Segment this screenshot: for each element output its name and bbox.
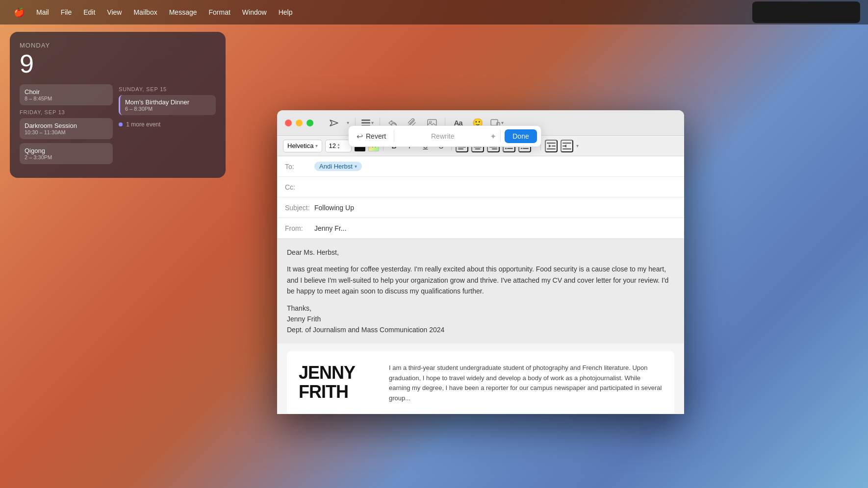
menu-window[interactable]: Window xyxy=(236,6,273,18)
email-greeting: Dear Ms. Herbst, xyxy=(287,247,674,258)
menu-mail[interactable]: Mail xyxy=(30,6,55,18)
revert-icon: ↩ xyxy=(357,132,363,141)
qigong-event-name: Qigong xyxy=(25,147,108,154)
from-label: From: xyxy=(285,224,314,232)
calendar-more-events[interactable]: 1 more event xyxy=(119,119,216,130)
menu-format[interactable]: Format xyxy=(203,6,236,18)
revert-button[interactable]: ↩ Revert xyxy=(353,130,390,143)
to-value: Andi Herbst ▾ xyxy=(314,162,676,171)
send-button[interactable] xyxy=(325,114,343,132)
ai-toolbar-divider-2 xyxy=(500,130,501,142)
to-label: To: xyxy=(285,163,314,171)
birthday-event-name: Mom's Birthday Dinner xyxy=(125,98,211,106)
font-size-value: 12 xyxy=(329,142,335,149)
svg-rect-35 xyxy=(562,148,571,149)
ai-spark-icon: ✦ xyxy=(490,132,496,141)
email-closing: Thanks, xyxy=(287,303,674,314)
chevron-down-icon-2: ▾ xyxy=(371,120,374,125)
cc-field-row[interactable]: Cc: xyxy=(277,177,684,197)
font-family-value: Helvetica xyxy=(287,142,313,149)
calendar-event-qigong[interactable]: Qigong 2 – 3:30PM xyxy=(20,143,113,164)
attachment-bio-text: I am a third-year student undergraduate … xyxy=(389,363,663,404)
menu-edit[interactable]: Edit xyxy=(77,6,101,18)
choir-event-name: Choir xyxy=(25,88,108,96)
traffic-lights xyxy=(285,120,313,126)
svg-rect-32 xyxy=(547,148,556,149)
email-paragraph: It was great meeting for coffee yesterda… xyxy=(287,264,674,296)
svg-rect-0 xyxy=(361,120,370,121)
sunday-section-header: SUNDAY, SEP 15 xyxy=(119,86,216,92)
chevron-down-icon-3: ▾ xyxy=(501,120,504,125)
email-compose-area[interactable]: Dear Ms. Herbst, It was great meeting fo… xyxy=(277,239,684,343)
ai-toolbar-divider-1 xyxy=(394,130,394,142)
revert-label: Revert xyxy=(366,132,386,140)
ai-toolbar: ↩ Revert Rewrite ✦ Done xyxy=(348,125,541,147)
camera-widget xyxy=(752,1,860,23)
menu-file[interactable]: File xyxy=(55,6,78,18)
svg-rect-34 xyxy=(562,143,571,144)
apple-menu[interactable]: 🍎 xyxy=(8,5,30,20)
recipient-name: Andi Herbst xyxy=(319,163,353,170)
calendar-event-birthday[interactable]: Mom's Birthday Dinner 6 – 8:30PM xyxy=(119,95,216,115)
calendar-day-number: 9 xyxy=(20,51,216,76)
subject-field-row: Subject: Following Up xyxy=(277,197,684,218)
calendar-event-darkroom[interactable]: Darkroom Session 10:30 – 11:30AM xyxy=(20,118,113,139)
attachment-last-name: FRITH xyxy=(299,382,377,402)
birthday-event-time: 6 – 8:30PM xyxy=(125,106,211,112)
send-icon xyxy=(329,118,339,128)
indent-right-icon xyxy=(547,143,556,149)
rewrite-label: Rewrite xyxy=(398,132,487,140)
svg-rect-33 xyxy=(552,146,556,146)
indent-right-button[interactable] xyxy=(545,140,558,152)
attachment-name-block: JENNY FRITH xyxy=(299,363,377,402)
darkroom-event-time: 10:30 – 11:30AM xyxy=(25,129,108,135)
email-attachment-preview: JENNY FRITH I am a third-year student un… xyxy=(287,351,674,414)
subject-value[interactable]: Following Up xyxy=(314,204,676,212)
maximize-button[interactable] xyxy=(306,120,313,126)
indent-left-button[interactable] xyxy=(561,140,573,152)
cc-label: Cc: xyxy=(285,183,314,191)
svg-rect-31 xyxy=(547,143,556,144)
font-size-stepper: ▲▼ xyxy=(337,143,340,149)
svg-point-4 xyxy=(430,121,432,123)
calendar-events-section: Choir 8 – 8:45PM FRIDAY, SEP 13 Darkroom… xyxy=(20,84,216,168)
indent-chevron-icon: ▾ xyxy=(576,143,579,148)
svg-rect-30 xyxy=(523,148,529,149)
close-button[interactable] xyxy=(285,120,292,126)
menu-mailbox[interactable]: Mailbox xyxy=(128,6,163,18)
mail-compose-window: ▾ ▾ xyxy=(277,110,684,414)
calendar-widget: MONDAY 9 Choir 8 – 8:45PM FRIDAY, SEP 13… xyxy=(10,32,226,178)
menu-view[interactable]: View xyxy=(101,6,128,18)
svg-rect-24 xyxy=(507,148,513,149)
qigong-event-time: 2 – 3:30PM xyxy=(25,154,108,160)
chevron-down-icon: ▾ xyxy=(347,120,349,125)
recipient-chevron-icon: ▾ xyxy=(355,164,357,169)
svg-rect-10 xyxy=(458,148,463,149)
recipient-tag-andi[interactable]: Andi Herbst ▾ xyxy=(314,162,362,171)
font-family-selector[interactable]: Helvetica ▾ xyxy=(283,140,322,152)
attachment-first-name: JENNY xyxy=(299,363,377,383)
menu-bar: 🍎 Mail File Edit View Mailbox Message Fo… xyxy=(0,0,868,24)
svg-rect-1 xyxy=(361,122,370,123)
friday-section-header: FRIDAY, SEP 13 xyxy=(20,109,113,115)
from-field-row: From: Jenny Fr... xyxy=(277,218,684,239)
more-events-label: 1 more event xyxy=(126,121,160,128)
menu-message[interactable]: Message xyxy=(163,6,203,18)
ai-rewrite-area: Rewrite ✦ xyxy=(398,132,496,141)
choir-event-time: 8 – 8:45PM xyxy=(25,96,108,101)
to-field-row: To: Andi Herbst ▾ xyxy=(277,156,684,177)
from-value[interactable]: Jenny Fr... xyxy=(314,224,676,232)
calendar-event-choir[interactable]: Choir 8 – 8:45PM xyxy=(20,84,113,105)
calendar-left-column: Choir 8 – 8:45PM FRIDAY, SEP 13 Darkroom… xyxy=(20,84,113,168)
svg-rect-29 xyxy=(521,148,522,149)
calendar-right-column: SUNDAY, SEP 15 Mom's Birthday Dinner 6 –… xyxy=(119,84,216,168)
email-body: Dear Ms. Herbst, It was great meeting fo… xyxy=(277,239,684,414)
email-signature-name: Jenny Frith xyxy=(287,314,674,324)
email-fields: To: Andi Herbst ▾ Cc: Subject: Following… xyxy=(277,156,684,239)
svg-rect-18 xyxy=(492,148,497,149)
done-button[interactable]: Done xyxy=(505,129,536,143)
menu-help[interactable]: Help xyxy=(273,6,299,18)
minimize-button[interactable] xyxy=(296,120,303,126)
calendar-day-label: MONDAY xyxy=(20,42,216,49)
indent-left-icon xyxy=(562,143,571,149)
